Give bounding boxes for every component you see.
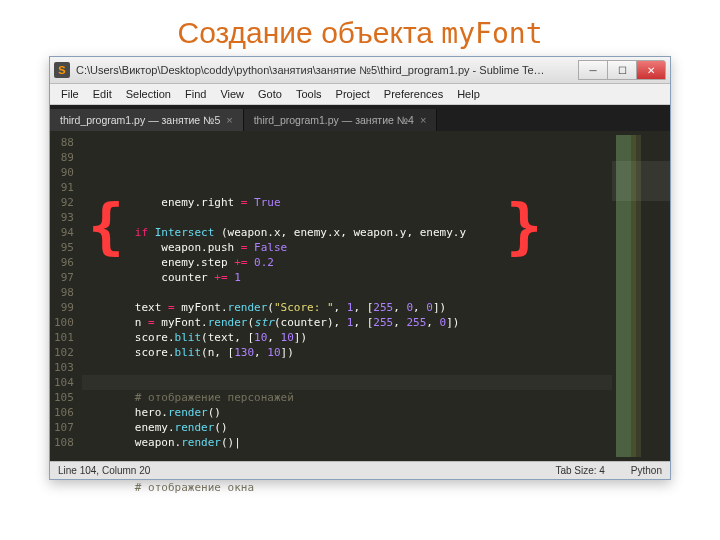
slide-title-text: Создание объекта	[178, 16, 434, 49]
window-controls: ─ ☐ ✕	[579, 60, 666, 80]
tab-label: third_program1.py — занятие №5	[60, 114, 220, 126]
line-number: 102	[54, 345, 74, 360]
slide-title-mono: myFont	[441, 17, 542, 50]
tab-inactive[interactable]: third_program1.py — занятие №4 ×	[244, 109, 438, 131]
menu-selection[interactable]: Selection	[119, 86, 178, 102]
code-line	[82, 451, 89, 464]
menu-find[interactable]: Find	[178, 86, 213, 102]
line-number: 88	[54, 135, 74, 150]
menu-preferences[interactable]: Preferences	[377, 86, 450, 102]
code-line: score.blit(n, [130, 10])	[82, 346, 294, 359]
code-line: # отображение окна	[82, 481, 254, 494]
code-line	[82, 466, 89, 479]
code-line	[82, 361, 89, 374]
line-gutter: 88 89 90 91 92 93 94 95 96 97 98 99 100 …	[50, 131, 82, 461]
editor: 88 89 90 91 92 93 94 95 96 97 98 99 100 …	[50, 131, 670, 461]
line-number: 98	[54, 285, 74, 300]
code-line: n = myFont.render(str(counter), 1, [255,…	[82, 316, 460, 329]
line-number: 108	[54, 435, 74, 450]
line-number: 91	[54, 180, 74, 195]
status-cursor[interactable]: Line 104, Column 20	[58, 465, 150, 476]
line-number: 89	[54, 150, 74, 165]
line-number: 106	[54, 405, 74, 420]
code-line	[82, 286, 89, 299]
annotation-brace-right: }	[506, 219, 542, 234]
current-line-highlight	[82, 375, 612, 390]
code-line: # отображение персонажей	[82, 391, 294, 404]
code-line: enemy.right = True	[82, 196, 281, 209]
maximize-button[interactable]: ☐	[607, 60, 637, 80]
app-icon: S	[54, 62, 70, 78]
menu-file[interactable]: File	[54, 86, 86, 102]
close-icon[interactable]: ×	[226, 114, 232, 126]
menu-view[interactable]: View	[213, 86, 251, 102]
statusbar: Line 104, Column 20 Tab Size: 4 Python	[50, 461, 670, 479]
code-line	[82, 211, 89, 224]
menubar: File Edit Selection Find View Goto Tools…	[50, 84, 670, 105]
window-title: C:\Users\Виктор\Desktop\coddy\python\зан…	[76, 64, 579, 76]
menu-tools[interactable]: Tools	[289, 86, 329, 102]
line-number: 96	[54, 255, 74, 270]
app-window: S C:\Users\Виктор\Desktop\coddy\python\з…	[49, 56, 671, 480]
minimap[interactable]	[612, 131, 670, 461]
line-number: 104	[54, 375, 74, 390]
menu-edit[interactable]: Edit	[86, 86, 119, 102]
slide-title: Создание объекта myFont	[0, 0, 720, 56]
code-line: enemy.render()	[82, 421, 228, 434]
code-line: score.blit(text, [10, 10])	[82, 331, 307, 344]
line-number: 105	[54, 390, 74, 405]
code-line: if Intersect (weapon.x, enemy.x, weapon.…	[82, 226, 466, 239]
minimize-button[interactable]: ─	[578, 60, 608, 80]
code-line: hero.render()	[82, 406, 221, 419]
close-button[interactable]: ✕	[636, 60, 666, 80]
line-number: 92	[54, 195, 74, 210]
line-number: 93	[54, 210, 74, 225]
line-number: 99	[54, 300, 74, 315]
menu-goto[interactable]: Goto	[251, 86, 289, 102]
tab-label: third_program1.py — занятие №4	[254, 114, 414, 126]
code-line: weapon.render()|	[82, 436, 241, 449]
line-number: 103	[54, 360, 74, 375]
line-number: 94	[54, 225, 74, 240]
line-number: 107	[54, 420, 74, 435]
line-number: 97	[54, 270, 74, 285]
menu-help[interactable]: Help	[450, 86, 487, 102]
close-icon[interactable]: ×	[420, 114, 426, 126]
code-line: text = myFont.render("Score: ", 1, [255,…	[82, 301, 446, 314]
status-language[interactable]: Python	[631, 465, 662, 476]
code-line: weapon.push = False	[82, 241, 287, 254]
code-area[interactable]: { } enemy.right = True if Intersect (wea…	[82, 131, 612, 461]
line-number: 95	[54, 240, 74, 255]
code-line: counter += 1	[82, 271, 241, 284]
status-tabsize[interactable]: Tab Size: 4	[555, 465, 604, 476]
tab-strip: third_program1.py — занятие №5 × third_p…	[50, 105, 670, 131]
tab-active[interactable]: third_program1.py — занятие №5 ×	[50, 109, 244, 131]
menu-project[interactable]: Project	[329, 86, 377, 102]
line-number: 100	[54, 315, 74, 330]
line-number: 90	[54, 165, 74, 180]
code-line: enemy.step += 0.2	[82, 256, 274, 269]
minimap-viewport[interactable]	[612, 161, 670, 201]
titlebar[interactable]: S C:\Users\Виктор\Desktop\coddy\python\з…	[50, 57, 670, 84]
line-number: 101	[54, 330, 74, 345]
